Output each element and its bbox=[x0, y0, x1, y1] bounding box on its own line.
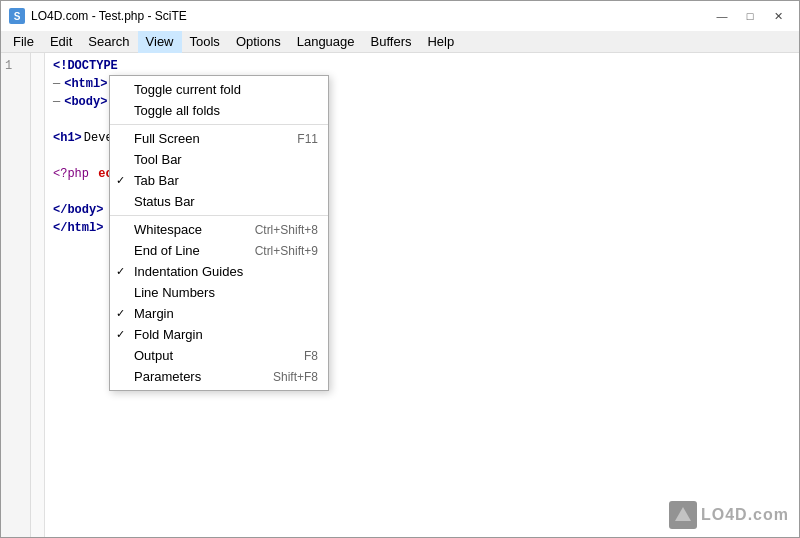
menu-shortcut: F8 bbox=[304, 349, 318, 363]
menu-search[interactable]: Search bbox=[80, 31, 137, 53]
menu-help[interactable]: Help bbox=[419, 31, 462, 53]
check-icon: ✓ bbox=[116, 174, 125, 187]
menu-item-label: Tab Bar bbox=[134, 173, 318, 188]
menu-item-label: Toggle current fold bbox=[134, 82, 318, 97]
menu-view[interactable]: View bbox=[138, 31, 182, 53]
menu-fold-margin[interactable]: ✓ Fold Margin bbox=[110, 324, 328, 345]
fold-icon: — bbox=[53, 93, 60, 111]
check-icon: ✓ bbox=[116, 307, 125, 320]
menu-item-label: Indentation Guides bbox=[134, 264, 318, 279]
fold-margin-gutter bbox=[31, 53, 45, 537]
menu-shortcut: Ctrl+Shift+8 bbox=[255, 223, 318, 237]
menu-item-label: Whitespace bbox=[134, 222, 225, 237]
close-button[interactable]: ✕ bbox=[765, 6, 791, 26]
watermark-icon bbox=[669, 501, 697, 529]
svg-marker-0 bbox=[675, 507, 691, 521]
editor-area: 1 <!DOCTYPE — <html> — <body> <h1> Devel… bbox=[1, 53, 799, 537]
app-icon: S bbox=[9, 8, 25, 24]
code-token: </html> bbox=[53, 219, 103, 237]
lo4d-logo-icon bbox=[673, 505, 693, 525]
code-token: <body> bbox=[64, 93, 107, 111]
menu-line-numbers[interactable]: Line Numbers bbox=[110, 282, 328, 303]
menu-item-label: Toggle all folds bbox=[134, 103, 318, 118]
watermark: LO4D.com bbox=[669, 501, 789, 529]
menu-item-label: Tool Bar bbox=[134, 152, 318, 167]
menu-output[interactable]: Output F8 bbox=[110, 345, 328, 366]
menu-full-screen[interactable]: Full Screen F11 bbox=[110, 128, 328, 149]
menu-buffers[interactable]: Buffers bbox=[363, 31, 420, 53]
menu-item-label: Margin bbox=[134, 306, 318, 321]
menu-end-of-line[interactable]: End of Line Ctrl+Shift+9 bbox=[110, 240, 328, 261]
menu-shortcut: F11 bbox=[297, 132, 318, 146]
menu-item-label: Fold Margin bbox=[134, 327, 318, 342]
menu-tab-bar[interactable]: ✓ Tab Bar bbox=[110, 170, 328, 191]
menu-whitespace[interactable]: Whitespace Ctrl+Shift+8 bbox=[110, 219, 328, 240]
code-token: <?php bbox=[53, 165, 89, 183]
menu-parameters[interactable]: Parameters Shift+F8 bbox=[110, 366, 328, 387]
menu-bar: File Edit Search View Tools Options Lang… bbox=[1, 31, 799, 53]
menu-item-label: End of Line bbox=[134, 243, 225, 258]
title-bar-left: S LO4D.com - Test.php - SciTE bbox=[9, 8, 187, 24]
menu-item-label: Output bbox=[134, 348, 274, 363]
watermark-text: LO4D.com bbox=[701, 506, 789, 524]
code-token: <!DOCTYPE bbox=[53, 57, 118, 75]
title-controls: — □ ✕ bbox=[709, 6, 791, 26]
menu-item-label: Parameters bbox=[134, 369, 243, 384]
title-bar: S LO4D.com - Test.php - SciTE — □ ✕ bbox=[1, 1, 799, 31]
code-token: </body> bbox=[53, 201, 103, 219]
menu-language[interactable]: Language bbox=[289, 31, 363, 53]
maximize-button[interactable]: □ bbox=[737, 6, 763, 26]
menu-indentation-guides[interactable]: ✓ Indentation Guides bbox=[110, 261, 328, 282]
menu-toggle-current-fold[interactable]: Toggle current fold bbox=[110, 79, 328, 100]
minimize-button[interactable]: — bbox=[709, 6, 735, 26]
menu-divider-2 bbox=[110, 215, 328, 216]
menu-status-bar[interactable]: Status Bar bbox=[110, 191, 328, 212]
menu-item-label: Full Screen bbox=[134, 131, 267, 146]
menu-shortcut: Ctrl+Shift+9 bbox=[255, 244, 318, 258]
menu-tools[interactable]: Tools bbox=[182, 31, 228, 53]
main-window: S LO4D.com - Test.php - SciTE — □ ✕ File… bbox=[0, 0, 800, 538]
menu-shortcut: Shift+F8 bbox=[273, 370, 318, 384]
code-line-1: <!DOCTYPE bbox=[53, 57, 791, 75]
menu-toggle-all-folds[interactable]: Toggle all folds bbox=[110, 100, 328, 121]
menu-tool-bar[interactable]: Tool Bar bbox=[110, 149, 328, 170]
check-icon: ✓ bbox=[116, 328, 125, 341]
menu-margin[interactable]: ✓ Margin bbox=[110, 303, 328, 324]
line-numbers: 1 bbox=[1, 53, 31, 537]
view-dropdown-menu: Toggle current fold Toggle all folds Ful… bbox=[109, 75, 329, 391]
menu-edit[interactable]: Edit bbox=[42, 31, 80, 53]
check-icon: ✓ bbox=[116, 265, 125, 278]
menu-file[interactable]: File bbox=[5, 31, 42, 53]
window-title: LO4D.com - Test.php - SciTE bbox=[31, 9, 187, 23]
menu-options[interactable]: Options bbox=[228, 31, 289, 53]
menu-item-label: Line Numbers bbox=[134, 285, 318, 300]
menu-divider bbox=[110, 124, 328, 125]
code-token: <html> bbox=[64, 75, 107, 93]
menu-item-label: Status Bar bbox=[134, 194, 318, 209]
fold-icon: — bbox=[53, 75, 60, 93]
code-token: <h1> bbox=[53, 129, 82, 147]
